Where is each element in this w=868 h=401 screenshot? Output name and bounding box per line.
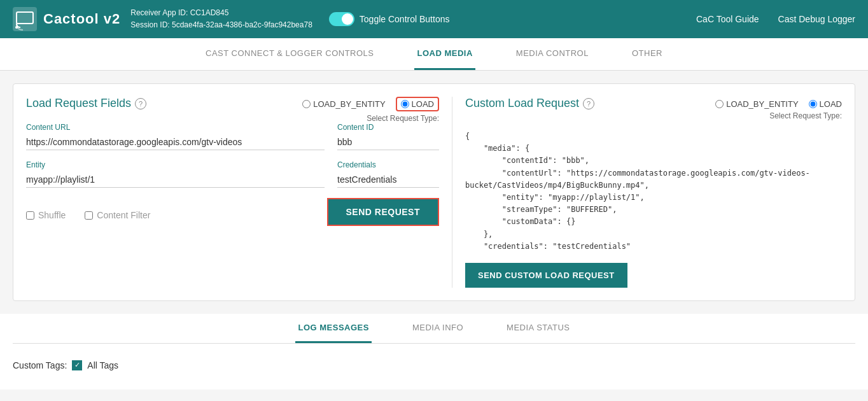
credentials-label: Credentials	[337, 160, 439, 169]
select-type-label-left: Select Request Type:	[367, 114, 439, 123]
custom-tags-row: Custom Tags: All Tags	[13, 354, 855, 377]
cast-debug-logger-link[interactable]: Cast Debug Logger	[778, 14, 855, 24]
radio-options-right: LOAD_BY_ENTITY LOAD	[715, 99, 842, 109]
main-card: Load Request Fields ? LOAD_BY_ENTITY LOA…	[13, 83, 855, 301]
content-filter-checkbox[interactable]	[85, 211, 93, 220]
load-request-help-icon[interactable]: ?	[135, 98, 146, 109]
cast-icon	[13, 7, 37, 31]
tab-load-media[interactable]: LOAD MEDIA	[414, 38, 475, 70]
radio-load-right[interactable]: LOAD	[809, 99, 842, 109]
load-request-panel: Load Request Fields ? LOAD_BY_ENTITY LOA…	[26, 97, 452, 288]
custom-load-title: Custom Load Request ?	[465, 97, 594, 110]
toggle-switch[interactable]	[329, 12, 354, 26]
cac-tool-guide-link[interactable]: CaC Tool Guide	[696, 14, 759, 24]
custom-load-json[interactable]: { "media": { "contentId": "bbb", "conten…	[465, 130, 842, 253]
toggle-control[interactable]: Toggle Control Buttons	[329, 12, 450, 26]
entity-group: Entity	[26, 160, 325, 188]
content-filter-label: Content Filter	[97, 210, 150, 220]
content-id-label: Content ID	[337, 123, 439, 132]
logo: Cactool v2	[13, 7, 120, 31]
header-links: CaC Tool Guide Cast Debug Logger	[696, 14, 855, 24]
content-url-label: Content URL	[26, 123, 325, 132]
credentials-input[interactable]	[337, 172, 439, 188]
checkboxes-row: Shuffle Content Filter	[26, 210, 150, 220]
send-request-button[interactable]: SEND REQUEST	[327, 198, 439, 226]
select-type-label-right: Select Request Type:	[769, 111, 842, 120]
main-content: Load Request Fields ? LOAD_BY_ENTITY LOA…	[0, 71, 868, 314]
radio-load-by-entity-right[interactable]: LOAD_BY_ENTITY	[715, 99, 798, 109]
session-info: Receiver App ID: CC1AD845 Session ID: 5c…	[130, 7, 312, 31]
custom-load-header: Custom Load Request ? LOAD_BY_ENTITY LOA…	[465, 97, 842, 123]
content-id-group: Content ID	[337, 123, 439, 150]
shuffle-label: Shuffle	[38, 210, 66, 220]
radio-options-left: LOAD_BY_ENTITY LOAD	[302, 97, 439, 111]
tab-media-status[interactable]: MEDIA STATUS	[504, 314, 572, 343]
all-tags-label: All Tags	[87, 360, 118, 370]
receiver-app-id: Receiver App ID: CC1AD845	[130, 7, 312, 19]
custom-load-panel: Custom Load Request ? LOAD_BY_ENTITY LOA…	[452, 97, 842, 288]
toggle-label: Toggle Control Buttons	[360, 14, 450, 24]
tab-cast-connect[interactable]: CAST CONNECT & LOGGER CONTROLS	[203, 38, 376, 70]
svg-point-2	[15, 26, 18, 29]
tab-other[interactable]: OTHER	[629, 38, 665, 70]
content-url-group: Content URL	[26, 123, 325, 150]
app-title: Cactool v2	[43, 11, 120, 27]
entity-credentials-row: Entity Credentials	[26, 160, 439, 188]
main-nav: CAST CONNECT & LOGGER CONTROLS LOAD MEDI…	[0, 38, 868, 71]
app-header: Cactool v2 Receiver App ID: CC1AD845 Ses…	[0, 0, 868, 38]
request-type-group-right: LOAD_BY_ENTITY LOAD Select Request Type:	[715, 99, 842, 120]
load-request-title: Load Request Fields ?	[26, 97, 146, 110]
entity-label: Entity	[26, 160, 325, 169]
tab-media-control[interactable]: MEDIA CONTROL	[514, 38, 591, 70]
url-id-row: Content URL Content ID	[26, 123, 439, 150]
tab-media-info[interactable]: MEDIA INFO	[410, 314, 466, 343]
tab-log-messages[interactable]: LOG MESSAGES	[295, 314, 371, 343]
custom-tags-label: Custom Tags:	[13, 360, 67, 370]
shuffle-checkbox-label[interactable]: Shuffle	[26, 210, 66, 220]
all-tags-checkbox[interactable]	[72, 360, 82, 370]
credentials-group: Credentials	[337, 160, 439, 188]
bottom-actions-row: Shuffle Content Filter SEND REQUEST	[26, 198, 439, 226]
entity-input[interactable]	[26, 172, 325, 188]
shuffle-checkbox[interactable]	[26, 211, 34, 220]
content-id-input[interactable]	[337, 134, 439, 150]
send-custom-load-button[interactable]: SEND CUSTOM LOAD REQUEST	[465, 263, 627, 288]
custom-load-help-icon[interactable]: ?	[583, 98, 594, 109]
request-type-group-left: LOAD_BY_ENTITY LOAD Select Request Type:	[302, 97, 439, 123]
session-id: Session ID: 5cdae4fa-32aa-4386-ba2c-9fac…	[130, 19, 312, 31]
bottom-tabs: LOG MESSAGES MEDIA INFO MEDIA STATUS	[13, 314, 855, 344]
radio-load-by-entity-left[interactable]: LOAD_BY_ENTITY	[302, 99, 385, 109]
radio-load-left[interactable]: LOAD	[396, 97, 439, 111]
content-url-input[interactable]	[26, 134, 325, 150]
bottom-section: LOG MESSAGES MEDIA INFO MEDIA STATUS Cus…	[0, 314, 868, 390]
content-filter-checkbox-label[interactable]: Content Filter	[85, 210, 150, 220]
